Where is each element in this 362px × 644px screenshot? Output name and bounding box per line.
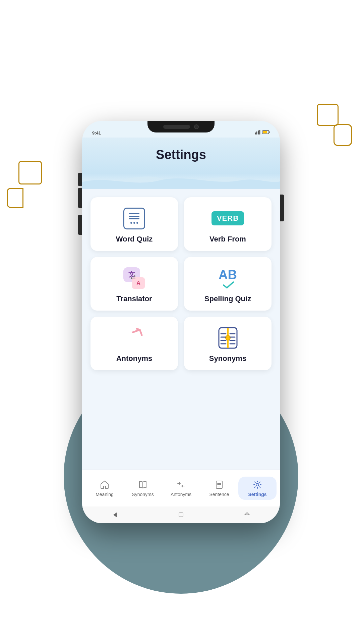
nav-item-meaning[interactable]: Meaning (85, 477, 124, 500)
translator-label: Translator (116, 294, 152, 303)
verb-from-icon: VERB (216, 207, 240, 230)
svg-rect-5 (269, 131, 270, 133)
translator-icon-inner: 文 A ⇄ (123, 267, 145, 289)
home-icon (99, 479, 110, 490)
phone-frame: 9:41 (82, 121, 280, 523)
dot (130, 222, 132, 224)
volume-down-button (78, 215, 82, 235)
status-time: 9:41 (92, 130, 101, 136)
home-button[interactable] (177, 511, 185, 519)
synonyms-icon (216, 326, 240, 350)
antonyms-icon (123, 326, 146, 350)
synonyms-label: Synonyms (209, 354, 246, 363)
nav-item-antonyms[interactable]: Antonyms (162, 477, 200, 500)
volume-up-button (78, 188, 82, 208)
phone-screen: 9:41 (82, 121, 280, 523)
nav-item-synonyms[interactable]: Synonyms (124, 477, 162, 500)
nav-label-meaning: Meaning (96, 492, 114, 497)
android-nav-bar (82, 506, 280, 523)
nav-label-antonyms: Antonyms (171, 492, 191, 497)
notch (147, 121, 215, 132)
verb-badge: VERB (212, 211, 244, 225)
spelling-quiz-card[interactable]: AB Spelling Quiz (184, 257, 272, 311)
svg-rect-0 (255, 132, 256, 135)
svg-point-10 (226, 335, 230, 340)
svg-rect-1 (256, 131, 257, 135)
checkmark-icon (221, 282, 234, 288)
grid-row-2: 文 A ⇄ Translator AB (90, 257, 272, 311)
front-camera (194, 124, 199, 129)
power-button (280, 195, 284, 221)
verb-from-label: Verb From (209, 235, 246, 244)
svg-marker-25 (113, 513, 117, 517)
spelling-icon-inner: AB (219, 268, 237, 288)
page-title: Settings (82, 148, 280, 169)
word-quiz-icon (123, 207, 146, 230)
back-button[interactable] (111, 511, 119, 519)
gear-icon (252, 479, 263, 490)
svg-rect-26 (179, 513, 183, 517)
translator-card[interactable]: 文 A ⇄ Translator (90, 257, 178, 311)
translator-icon: 文 A ⇄ (123, 266, 146, 290)
dot (133, 222, 135, 224)
verb-from-card[interactable]: VERB Verb From (184, 197, 272, 251)
nav-label-settings: Settings (248, 492, 266, 497)
trans-arrow-icon: ⇄ (131, 273, 136, 281)
recents-button[interactable] (243, 511, 251, 519)
sparkle-2: ✦ (49, 511, 55, 520)
spelling-quiz-label: Spelling Quiz (204, 294, 251, 303)
arrows-icon (176, 479, 186, 490)
mute-button (78, 173, 82, 186)
status-icons (255, 130, 270, 136)
wave-decoration (82, 169, 280, 189)
nav-label-synonyms: Synonyms (132, 492, 154, 497)
bottom-nav: Meaning Synonyms (82, 470, 280, 506)
svg-rect-2 (258, 130, 259, 135)
svg-rect-3 (259, 130, 260, 135)
line-bar (129, 213, 139, 214)
dot (136, 222, 138, 224)
antonyms-label: Antonyms (116, 354, 153, 363)
word-quiz-card[interactable]: Word Quiz (90, 197, 178, 251)
header-area: Settings (82, 138, 280, 189)
synonyms-card[interactable]: Synonyms (184, 317, 272, 370)
grid-row-1: Word Quiz VERB Verb From (90, 197, 272, 251)
content-area: Word Quiz VERB Verb From 文 (82, 189, 280, 470)
svg-rect-6 (263, 131, 267, 133)
grid-row-3: Antonyms (90, 317, 272, 370)
svg-point-24 (256, 483, 259, 486)
deco-square-1 (18, 161, 42, 184)
signal-icon (255, 130, 261, 136)
deco-square-2 (7, 188, 23, 208)
nav-item-sentence[interactable]: Sentence (200, 477, 238, 500)
battery-icon (262, 130, 270, 135)
line-bar (129, 216, 139, 217)
deco-square-3 (317, 104, 339, 126)
spelling-quiz-icon: AB (216, 266, 240, 290)
nav-label-sentence: Sentence (209, 492, 229, 497)
sparkle-1: ✦ (34, 489, 44, 503)
line-dots (130, 222, 138, 224)
file-text-icon (214, 479, 225, 490)
book-open-icon (137, 479, 148, 490)
svg-marker-27 (245, 513, 249, 515)
nav-item-settings[interactable]: Settings (238, 477, 277, 500)
sparkle-3: ✦ (302, 504, 315, 523)
word-quiz-label: Word Quiz (116, 235, 153, 244)
deco-square-4 (334, 124, 352, 146)
line-bar (129, 218, 139, 219)
sparkle-4: ✦ (297, 527, 303, 537)
lines-icon (123, 208, 145, 229)
ab-text: AB (219, 268, 237, 281)
notch-pill (163, 125, 190, 129)
antonyms-card[interactable]: Antonyms (90, 317, 178, 370)
